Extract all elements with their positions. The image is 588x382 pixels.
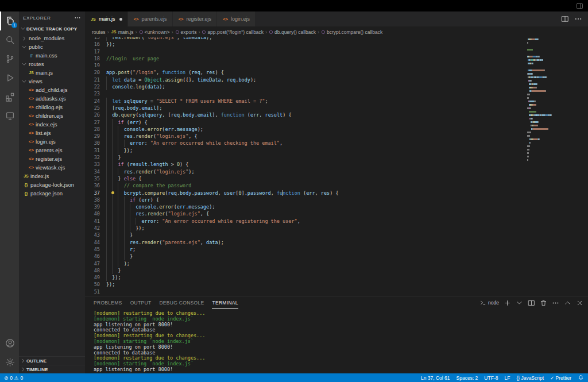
more-actions-button[interactable] [574, 15, 582, 23]
search-button[interactable] [0, 30, 19, 49]
explorer-button[interactable]: 1 [0, 11, 19, 30]
code-line[interactable]: 34 res.render("login.ejs"); [85, 168, 588, 175]
status-item[interactable]: LF [504, 375, 510, 381]
tree-item-package.json[interactable]: {}package.json [19, 189, 85, 198]
tree-item-index.js[interactable]: JSindex.js [19, 172, 85, 180]
code-line[interactable]: 28 console.error(err.message); [85, 126, 588, 133]
code-line[interactable]: 25 [req.body.email]; [85, 105, 588, 111]
code-editor[interactable]: 15 res.render("login.ejs", timeData);16}… [85, 37, 588, 296]
code-line[interactable]: 38 if (err) { [85, 196, 588, 203]
code-line[interactable]: 30 error: "An error occurred while check… [85, 140, 588, 146]
code-line[interactable]: 37 bcrypt.compare(req.body.password, use… [85, 190, 588, 196]
code-line[interactable]: 27 if (err) { [85, 119, 588, 126]
code-line[interactable]: 35 } else { [85, 175, 588, 182]
code-line[interactable]: 51 [85, 288, 588, 295]
code-line[interactable]: 36 // compare the password [85, 182, 588, 189]
settings-button[interactable] [0, 353, 19, 372]
code-line[interactable]: 41 error: "An error occurred while regis… [85, 218, 588, 225]
code-line[interactable]: 17 [85, 48, 588, 55]
launch-profile-chevron-button[interactable] [516, 299, 523, 307]
code-line[interactable]: 47 ); [85, 260, 588, 267]
tree-item-views[interactable]: views [19, 77, 85, 86]
status-item[interactable]: UTF-8 [484, 375, 498, 381]
tree-item-children.ejs[interactable]: <>children.ejs [19, 111, 85, 120]
status-item[interactable]: Ln 37, Col 61 [421, 375, 450, 381]
code-line[interactable]: 43 } [85, 231, 588, 238]
source-control-button[interactable] [0, 49, 19, 68]
outline-section-header[interactable]: OUTLINE [19, 356, 85, 365]
code-line[interactable]: 49 }); [85, 274, 588, 281]
code-line[interactable]: 16}); [85, 41, 588, 48]
breadcrumb-item[interactable]: routes [92, 29, 106, 35]
code-line[interactable]: 39 console.error(err.message); [85, 203, 588, 210]
tree-item-login.ejs[interactable]: <>login.ejs [19, 137, 85, 146]
panel-tab-debug-console[interactable]: DEBUG CONSOLE [159, 296, 204, 309]
kill-terminal-button[interactable] [540, 299, 547, 307]
extensions-button[interactable] [0, 87, 19, 106]
code-line[interactable]: 31 }); [85, 147, 588, 154]
tree-item-index.ejs[interactable]: <>index.ejs [19, 120, 85, 129]
code-line[interactable]: 29 res.render("login.ejs", { [85, 133, 588, 140]
code-line[interactable]: 20app.post("/login", function (req, res)… [85, 69, 588, 76]
tab-register.ejs[interactable]: <>register.ejs [173, 11, 218, 26]
workspace-section-header[interactable]: DEVICE TRACK COPY [19, 24, 85, 33]
panel-tab-output[interactable]: OUTPUT [130, 296, 152, 309]
tree-item-viewtask.ejs[interactable]: <>viewtask.ejs [19, 163, 85, 172]
code-line[interactable]: 48 } [85, 267, 588, 274]
code-line[interactable]: 18//login user page [85, 55, 588, 62]
breadcrumb-item[interactable]: JSmain.js [111, 29, 134, 35]
panel-tab-terminal[interactable]: TERMINAL [212, 296, 238, 309]
tree-item-parents.ejs[interactable]: <>parents.ejs [19, 146, 85, 155]
split-terminal-button[interactable] [528, 299, 535, 307]
code-line[interactable]: 26 db.query(sqlquery, [req.body.email], … [85, 111, 588, 118]
more-actions-icon[interactable] [74, 14, 81, 21]
terminal-output[interactable]: [nodemon] restarting due to changes...[n… [85, 309, 588, 373]
timeline-section-header[interactable]: TIMELINE [19, 365, 85, 373]
tree-item-main.css[interactable]: #main.css [19, 51, 85, 60]
panel-tab-problems[interactable]: PROBLEMS [94, 296, 122, 309]
tab-parents.ejs[interactable]: <>parents.ejs [128, 11, 173, 26]
terminal-shell-selector[interactable]: node [479, 299, 499, 306]
code-line[interactable]: 50}); [85, 281, 588, 288]
more-actions-button[interactable] [552, 299, 559, 307]
tree-item-main.js[interactable]: JSmain.js [19, 68, 85, 77]
tab-login.ejs[interactable]: <>login.ejs [217, 11, 256, 26]
tree-item-add_child.ejs[interactable]: <>add_child.ejs [19, 86, 85, 94]
tree-item-routes[interactable]: routes [19, 60, 85, 68]
remote-explorer-button[interactable] [0, 106, 19, 125]
code-line[interactable]: 42 }); [85, 225, 588, 231]
code-line[interactable]: 19 [85, 62, 588, 69]
code-line[interactable]: 46 } [85, 253, 588, 260]
breadcrumb-item[interactable]: db.query() callback [269, 29, 316, 35]
close-panel-button[interactable] [576, 299, 583, 307]
code-line[interactable]: 45 r; [85, 246, 588, 253]
code-line[interactable]: 23 [85, 90, 588, 97]
account-button[interactable] [0, 334, 19, 353]
tree-item-list.ejs[interactable]: <>list.ejs [19, 129, 85, 137]
tree-item-addtasks.ejs[interactable]: <>addtasks.ejs [19, 94, 85, 103]
new-terminal-button[interactable] [504, 299, 511, 307]
status-item[interactable]: Spaces: 2 [457, 375, 478, 381]
customize-layout-icon[interactable] [576, 2, 583, 10]
problems-status[interactable]: ⊘ 0 ⚠ 0 [4, 375, 23, 381]
code-line[interactable]: 24 let sqlquery = "SELECT * FROM users W… [85, 98, 588, 105]
breadcrumb-item[interactable]: <unknown> [139, 29, 170, 35]
breadcrumb-item[interactable]: exports [175, 29, 197, 35]
code-line[interactable]: 21 let data = Object.assign({}, timeData… [85, 76, 588, 83]
tab-main.js[interactable]: JSmain.js [85, 11, 128, 26]
breadcrumb-item[interactable]: bcrypt.compare() callback [321, 29, 382, 35]
notifications-bell-icon[interactable] [578, 375, 584, 381]
code-line[interactable]: 40 res.render("login.ejs", { [85, 210, 588, 217]
code-line[interactable]: 22 console.log(data); [85, 83, 588, 90]
tree-item-register.ejs[interactable]: <>register.ejs [19, 155, 85, 163]
code-line[interactable]: 44 res.render("parents.ejs", data); [85, 239, 588, 246]
tree-item-package-lock.json[interactable]: {}package-lock.json [19, 180, 85, 189]
code-line[interactable]: 33 if (result.length > 0) { [85, 161, 588, 168]
minimap[interactable] [527, 38, 552, 296]
run-and-debug-button[interactable] [0, 68, 19, 87]
status-item[interactable]: {} JavaScript [516, 375, 544, 381]
maximize-panel-button[interactable] [564, 299, 571, 307]
tree-item-node_modules[interactable]: node_modules [19, 34, 85, 43]
code-line[interactable]: 32 } [85, 154, 588, 161]
status-item[interactable]: ✓ Prettier [550, 375, 571, 381]
